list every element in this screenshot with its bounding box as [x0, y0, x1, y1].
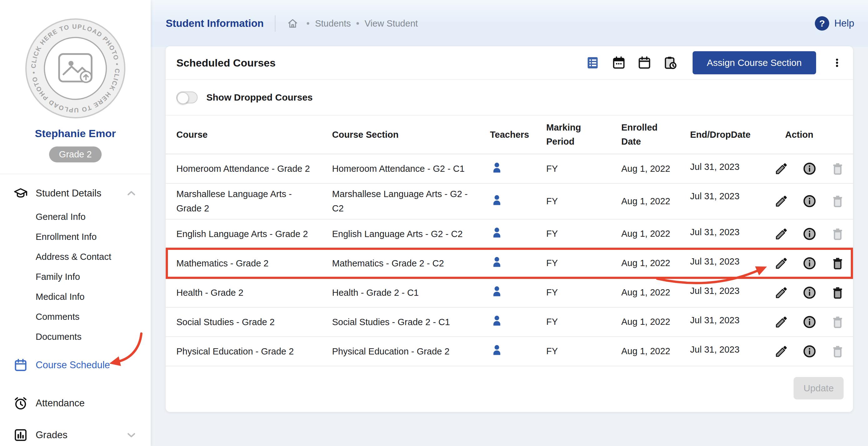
info-icon[interactable]	[803, 227, 816, 241]
help-button[interactable]: ? Help	[815, 16, 854, 31]
end-drop-date-cell: Jul 31, 2023	[690, 281, 775, 296]
enrolled-date-cell: Aug 1, 2022	[621, 258, 690, 268]
course-cell: Social Studies - Grade 2	[176, 315, 332, 329]
end-drop-date-cell: Jul 31, 2023	[690, 187, 775, 201]
column-header-end-drop-date: End/DropDate	[690, 128, 775, 142]
teacher-icon[interactable]	[490, 226, 504, 240]
home-icon[interactable]	[287, 18, 299, 29]
delete-icon[interactable]	[831, 315, 844, 329]
page-title: Student Information	[166, 18, 264, 29]
delete-icon[interactable]	[831, 344, 844, 358]
course-section-cell: Mathematics - Grade 2 - C2	[332, 256, 490, 271]
marking-period-cell: FY	[546, 196, 621, 206]
toggle-label: Show Dropped Courses	[206, 92, 313, 103]
breadcrumb-separator	[356, 22, 359, 25]
calendar-month-icon[interactable]	[637, 55, 652, 70]
delete-icon[interactable]	[831, 162, 844, 175]
sidebar-subitem-comments[interactable]: Comments	[0, 307, 151, 327]
teachers-cell	[490, 161, 546, 177]
edit-icon[interactable]	[775, 227, 788, 241]
teacher-icon[interactable]	[490, 255, 504, 269]
end-drop-date-cell: Jul 31, 2023	[690, 252, 775, 267]
edit-icon[interactable]	[775, 315, 788, 329]
calendar-week-icon[interactable]	[611, 55, 626, 70]
table-row: Marshallese Language Arts - Grade 2 Mars…	[166, 184, 853, 219]
edit-icon[interactable]	[775, 256, 788, 270]
info-icon[interactable]	[803, 162, 816, 175]
end-drop-date-cell: Jul 31, 2023	[690, 223, 775, 237]
end-drop-date-cell: Jul 31, 2023	[690, 311, 775, 325]
enrolled-date-cell: Aug 1, 2022	[621, 196, 690, 206]
sidebar-subitem-general-info[interactable]: General Info	[0, 207, 151, 227]
sidebar-subitem-medical-info[interactable]: Medical Info	[0, 287, 151, 307]
sidebar-item-student-details[interactable]: Student Details	[0, 180, 151, 207]
calendar-icon	[13, 357, 28, 373]
enrolled-date-cell: Aug 1, 2022	[621, 317, 690, 327]
course-section-cell: Physical Education - Grade 2	[332, 344, 490, 358]
info-icon[interactable]	[803, 315, 816, 329]
photo-upload-placeholder[interactable]: CLICK HERE TO UPLOAD PHOTO • CLICK HERE …	[24, 17, 127, 120]
breadcrumb: Student Information Students View Studen…	[166, 0, 854, 47]
sidebar-item-course-schedule[interactable]: Course Schedule	[0, 352, 151, 379]
sidebar-subitem-enrollment-info[interactable]: Enrollment Info	[0, 227, 151, 247]
table-row: Social Studies - Grade 2 Social Studies …	[166, 308, 853, 337]
info-icon[interactable]	[803, 256, 816, 270]
enrolled-date-cell: Aug 1, 2022	[621, 346, 690, 356]
sidebar: CLICK HERE TO UPLOAD PHOTO • CLICK HERE …	[0, 0, 151, 446]
delete-icon[interactable]	[831, 194, 844, 208]
marking-period-cell: FY	[546, 287, 621, 298]
delete-icon[interactable]	[831, 286, 844, 300]
assign-course-section-button[interactable]: Assign Course Section	[692, 51, 816, 74]
course-cell: Physical Education - Grade 2	[176, 344, 332, 358]
marking-period-cell: FY	[546, 258, 621, 268]
table-row: Homeroom Attendance - Grade 2 Homeroom A…	[166, 154, 853, 184]
breadcrumb-item-view-student: View Student	[365, 19, 418, 29]
edit-icon[interactable]	[775, 344, 788, 358]
column-header-course: Course	[176, 128, 332, 142]
delete-icon[interactable]	[831, 227, 844, 241]
info-icon[interactable]	[803, 194, 816, 208]
sidebar-item-label: Attendance	[36, 398, 85, 409]
teacher-icon[interactable]	[490, 193, 504, 207]
card-title: Scheduled Courses	[176, 57, 276, 69]
breadcrumb-item-students[interactable]: Students	[315, 19, 350, 29]
alarm-clock-icon	[13, 396, 28, 411]
clipboard-clock-icon[interactable]	[662, 55, 678, 70]
breadcrumb-separator	[307, 22, 309, 25]
column-header-enrolled-date: Enrolled Date	[621, 121, 690, 149]
sidebar-subitem-family-info[interactable]: Family Info	[0, 267, 151, 287]
teachers-cell	[490, 343, 546, 359]
list-view-icon[interactable]	[586, 55, 601, 70]
card-header: Scheduled Courses	[166, 46, 853, 79]
teacher-icon[interactable]	[490, 161, 504, 175]
chevron-up-icon[interactable]	[125, 187, 137, 200]
edit-icon[interactable]	[775, 194, 788, 208]
sidebar-item-grades[interactable]: Grades	[0, 422, 151, 446]
sidebar-subitem-documents[interactable]: Documents	[0, 327, 151, 347]
show-dropped-courses-toggle[interactable]	[176, 92, 197, 103]
edit-icon[interactable]	[775, 162, 788, 175]
more-options-icon[interactable]	[832, 55, 842, 71]
teacher-icon[interactable]	[490, 314, 504, 328]
table-body: Homeroom Attendance - Grade 2 Homeroom A…	[166, 154, 853, 366]
update-button[interactable]: Update	[794, 377, 844, 400]
sidebar-item-attendance[interactable]: Attendance	[0, 390, 151, 417]
teacher-icon[interactable]	[490, 343, 504, 357]
end-drop-date-cell: Jul 31, 2023	[690, 340, 775, 355]
teachers-cell	[490, 314, 546, 330]
table-row: Mathematics - Grade 2 Mathematics - Grad…	[166, 249, 853, 278]
course-section-cell: Social Studies - Grade 2 - C1	[332, 315, 490, 329]
chevron-down-icon[interactable]	[125, 429, 137, 441]
info-icon[interactable]	[803, 286, 816, 300]
card-footer: Update	[166, 366, 853, 412]
sidebar-item-label: Course Schedule	[36, 359, 110, 371]
help-icon: ?	[815, 16, 829, 31]
info-icon[interactable]	[803, 344, 816, 358]
scheduled-courses-card: Scheduled Courses	[166, 46, 853, 412]
delete-icon[interactable]	[831, 256, 844, 270]
main-content: Student Information Students View Studen…	[151, 0, 868, 446]
sidebar-subitem-address-contact[interactable]: Address & Contact	[0, 247, 151, 267]
bar-chart-icon	[13, 427, 28, 443]
edit-icon[interactable]	[775, 286, 788, 300]
teacher-icon[interactable]	[490, 284, 504, 298]
